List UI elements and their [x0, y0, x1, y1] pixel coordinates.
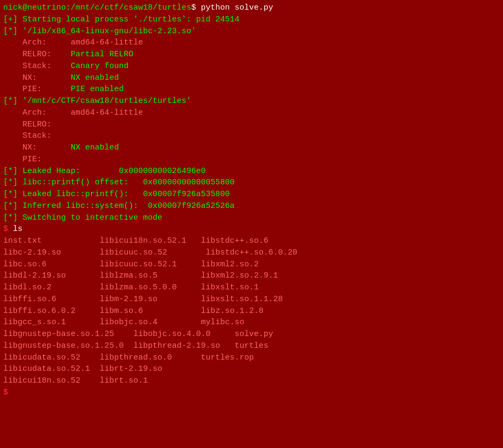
terminal-line-33: libicudata.so.52.1 librt-2.19.so	[3, 363, 500, 375]
terminal-line-7: NX: NX enabled	[3, 72, 500, 84]
terminal-line-12: Stack:	[3, 130, 500, 142]
terminal-line-2: [+] Starting local process './turtles': …	[3, 14, 500, 26]
terminal-line-20: [*] Switching to interactive mode	[3, 212, 500, 224]
terminal-line-17: [*] libc::printf() offset: 0x00000000000…	[3, 177, 500, 189]
terminal-line-21: $ ls	[3, 223, 500, 235]
terminal-line-3: [*] '/lib/x86_64-linux-gnu/libc-2.23.so'	[3, 26, 500, 38]
terminal-line-27: libffi.so.6 libm-2.19.so libxslt.so.1.1.…	[3, 294, 500, 305]
terminal-window: nick@neutrino:/mnt/c/ctf/csaw18/turtles$…	[3, 2, 500, 399]
terminal-line-35: $	[3, 387, 500, 399]
terminal-line-5: RELRO: Partial RELRO	[3, 49, 500, 61]
terminal-line-34: libicui18n.so.52 librt.so.1	[3, 375, 500, 387]
terminal-line-19: [*] Inferred libc::system(): 0x00007f926…	[3, 200, 500, 212]
terminal-line-1: nick@neutrino:/mnt/c/ctf/csaw18/turtles$…	[3, 2, 500, 14]
terminal-line-32: libicudata.so.52 libpthread.so.0 turtles…	[3, 352, 500, 364]
terminal-line-13: NX: NX enabled	[3, 142, 500, 154]
terminal-line-8: PIE: PIE enabled	[3, 84, 500, 95]
terminal-line-26: libdl.so.2 liblzma.so.5.0.0 libxslt.so.1	[3, 282, 500, 294]
terminal-line-22: inst.txt libicui18n.so.52.1 libstdc++.so…	[3, 235, 500, 247]
terminal-line-18: [*] Leaked libc::printf(): 0x00007f926a5…	[3, 189, 500, 200]
terminal-line-25: libdl-2.19.so liblzma.so.5 libxml2.so.2.…	[3, 270, 500, 282]
terminal-line-23: libc-2.19.so libicuuc.so.52 libstdc++.so…	[3, 247, 500, 259]
terminal-line-16: [*] Leaked Heap: 0x00000000026496e0	[3, 166, 500, 177]
terminal-line-9: [*] '/mnt/c/CTF/csaw18/turtles/turtles'	[3, 95, 500, 107]
terminal-line-4: Arch: amd64-64-little	[3, 37, 500, 49]
terminal-line-14: PIE:	[3, 154, 500, 166]
terminal-line-29: libgcc_s.so.1 libobjc.so.4 mylibc.so	[3, 317, 500, 328]
terminal-line-30: libgnustep-base.so.1.25 libobjc.so.4.0.0…	[3, 328, 500, 340]
terminal-line-28: libffi.so.6.0.2 libm.so.6 libz.so.1.2.8	[3, 305, 500, 317]
terminal-line-24: libc.so.6 libicuuc.so.52.1 libxml2.so.2	[3, 259, 500, 271]
terminal-line-11: RELRO:	[3, 119, 500, 131]
terminal-line-10: Arch: amd64-64-little	[3, 107, 500, 119]
terminal-line-6: Stack: Canary found	[3, 61, 500, 72]
terminal-line-31: libgnustep-base.so.1.25.0 libpthread-2.1…	[3, 340, 500, 352]
